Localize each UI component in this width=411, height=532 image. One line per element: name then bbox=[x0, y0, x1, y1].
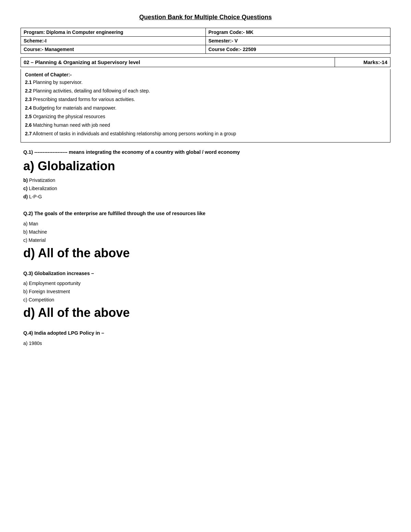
question-2-text: Q.2) The goals of the enterprise are ful… bbox=[23, 210, 388, 218]
question-2-option-c: c) Material bbox=[23, 237, 388, 244]
question-3-answer: d) All of the above bbox=[23, 306, 388, 320]
question-4-text: Q.4) India adopted LPG Policy in – bbox=[23, 330, 388, 337]
question-1-option-b: b) Privatization bbox=[23, 177, 388, 184]
content-item-2: 2.2 Planning activities, detailing and f… bbox=[25, 87, 386, 95]
question-2-option-b: b) Machine bbox=[23, 228, 388, 236]
question-3-option-a: a) Employment opportunity bbox=[23, 280, 388, 287]
question-1-option-c: c) Liberalization bbox=[23, 185, 388, 192]
question-4: Q.4) India adopted LPG Policy in – a) 19… bbox=[21, 330, 390, 347]
content-item-4: 2.4 Budgeting for materials and manpower… bbox=[25, 104, 386, 112]
info-table: Program: Diploma in Computer engineering… bbox=[21, 28, 390, 54]
scheme-label: Scheme:-I bbox=[21, 37, 206, 45]
content-item-5: 2.5 Organizing the physical resources bbox=[25, 113, 386, 120]
question-3: Q.3) Globalization increases – a) Employ… bbox=[21, 270, 390, 320]
question-2-answer: d) All of the above bbox=[23, 246, 388, 260]
question-1: Q.1) -------------------- means integrat… bbox=[21, 149, 390, 200]
question-1-option-d: d) L-P-G bbox=[23, 193, 388, 200]
semester-label: Semester:- V bbox=[206, 37, 390, 45]
question-3-option-b: b) Foreign Investment bbox=[23, 288, 388, 295]
chapter-marks: Marks:-14 bbox=[335, 58, 390, 67]
content-item-7: 2.7 Allotment of tasks in individuals an… bbox=[25, 130, 386, 137]
question-1-text: Q.1) -------------------- means integrat… bbox=[23, 149, 388, 156]
question-2-option-a: a) Man bbox=[23, 220, 388, 227]
page-title: Question Bank for Multiple Choice Questi… bbox=[21, 14, 390, 21]
program-code-label: Program Code:- MK bbox=[206, 28, 390, 37]
content-item-6: 2.6 Matching human need with job need bbox=[25, 122, 386, 129]
course-code-label: Course Code:- 22509 bbox=[206, 45, 390, 54]
program-label: Program: Diploma in Computer engineering bbox=[21, 28, 206, 37]
content-title: Content of Chapter:- bbox=[25, 72, 386, 77]
question-3-option-c: c) Competition bbox=[23, 296, 388, 304]
chapter-header: 02 – Planning & Organizing at Supervisor… bbox=[21, 57, 390, 67]
question-1-answer: a) Globalization bbox=[23, 159, 388, 173]
question-2: Q.2) The goals of the enterprise are ful… bbox=[21, 210, 390, 260]
question-4-option-a: a) 1980s bbox=[23, 340, 388, 347]
content-item-1: 2.1 Planning by supervisor. bbox=[25, 79, 386, 86]
question-3-text: Q.3) Globalization increases – bbox=[23, 270, 388, 277]
content-box: Content of Chapter:- 2.1 Planning by sup… bbox=[21, 69, 390, 143]
chapter-title: 02 – Planning & Organizing at Supervisor… bbox=[21, 58, 335, 67]
content-item-3: 2.3 Prescribing standard forms for vario… bbox=[25, 96, 386, 103]
course-label: Course:- Management bbox=[21, 45, 206, 54]
